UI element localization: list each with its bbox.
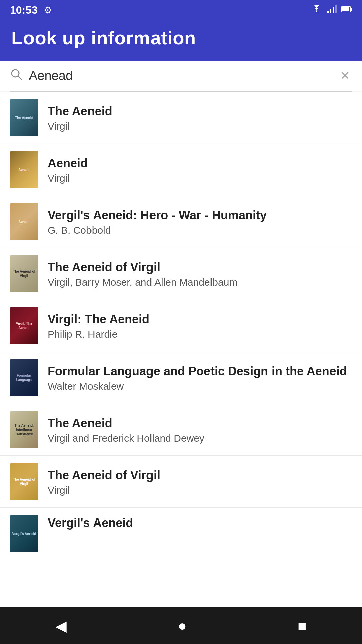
book-title: The Aeneid of Virgil: [48, 468, 352, 483]
back-button[interactable]: ◀: [42, 612, 80, 640]
svg-rect-5: [351, 8, 352, 11]
book-author: G. B. Cobbold: [48, 225, 352, 236]
list-item[interactable]: Vergil's AeneidVergil's Aeneid: [0, 508, 362, 552]
search-input[interactable]: [29, 69, 338, 83]
book-author: Philip R. Hardie: [48, 329, 352, 340]
book-title: The Aeneid: [48, 416, 352, 431]
battery-icon: [341, 5, 352, 15]
page-title: Look up information: [11, 27, 351, 49]
bottom-navigation: ◀ ● ■: [0, 607, 362, 644]
clear-search-button[interactable]: ✕: [338, 67, 352, 85]
book-cover: The Aeneid: Interlinear Translation: [10, 411, 38, 448]
list-item[interactable]: Formular LanguageFormular Language and P…: [0, 352, 362, 404]
results-list: The AeneidThe AeneidVirgilAeneidAeneidVi…: [0, 92, 362, 607]
book-cover: The Aeneid of Virgil: [10, 255, 38, 292]
book-title: Vergil's Aeneid: Hero - War - Humanity: [48, 208, 352, 223]
book-author: Virgil, Barry Moser, and Allen Mandelbau…: [48, 277, 352, 288]
status-time: 10:53: [10, 4, 38, 16]
list-item[interactable]: AeneidVergil's Aeneid: Hero - War - Huma…: [0, 196, 362, 248]
page-header: Look up information: [0, 20, 362, 61]
svg-rect-0: [327, 11, 329, 13]
book-title: Aeneid: [48, 156, 352, 171]
list-item[interactable]: AeneidAeneidVirgil: [0, 144, 362, 196]
gear-icon: ⚙: [44, 5, 52, 16]
book-cover: Aeneid: [10, 203, 38, 240]
svg-rect-2: [333, 7, 334, 13]
svg-line-8: [18, 76, 22, 80]
list-item[interactable]: The AeneidThe AeneidVirgil: [0, 92, 362, 144]
status-bar: 10:53 ⚙: [0, 0, 362, 20]
book-title: Virgil: The Aeneid: [48, 312, 352, 327]
book-title: Formular Language and Poetic Design in t…: [48, 364, 352, 379]
wifi-icon: [311, 5, 322, 16]
book-title: The Aeneid: [48, 104, 352, 119]
book-author: Virgil and Frederick Holland Dewey: [48, 433, 352, 444]
list-item[interactable]: The Aeneid: Interlinear TranslationThe A…: [0, 404, 362, 456]
book-author: Virgil: [48, 173, 352, 184]
book-title: Vergil's Aeneid: [48, 515, 352, 530]
recent-apps-button[interactable]: ■: [284, 612, 320, 639]
search-icon: [10, 68, 23, 84]
svg-rect-1: [330, 9, 331, 13]
list-item[interactable]: The Aeneid of VirgilThe Aeneid of Virgil…: [0, 248, 362, 300]
book-cover: Aeneid: [10, 151, 38, 188]
book-author: Walter Moskalew: [48, 381, 352, 392]
svg-rect-3: [335, 5, 337, 13]
list-item[interactable]: The Aeneid of VirgilThe Aeneid of Virgil…: [0, 456, 362, 508]
svg-rect-6: [342, 7, 349, 11]
book-cover: Vergil's Aeneid: [10, 515, 38, 552]
search-bar[interactable]: ✕: [0, 61, 362, 91]
book-author: Virgil: [48, 485, 352, 496]
book-cover: The Aeneid of Virgil: [10, 463, 38, 500]
book-cover: The Aeneid: [10, 99, 38, 136]
home-button[interactable]: ●: [164, 612, 200, 639]
book-cover: Virgil: The Aeneid: [10, 307, 38, 344]
book-title: The Aeneid of Virgil: [48, 260, 352, 275]
book-cover: Formular Language: [10, 359, 38, 396]
signal-icon: [327, 5, 337, 16]
list-item[interactable]: Virgil: The AeneidVirgil: The AeneidPhil…: [0, 300, 362, 352]
book-author: Virgil: [48, 121, 352, 132]
